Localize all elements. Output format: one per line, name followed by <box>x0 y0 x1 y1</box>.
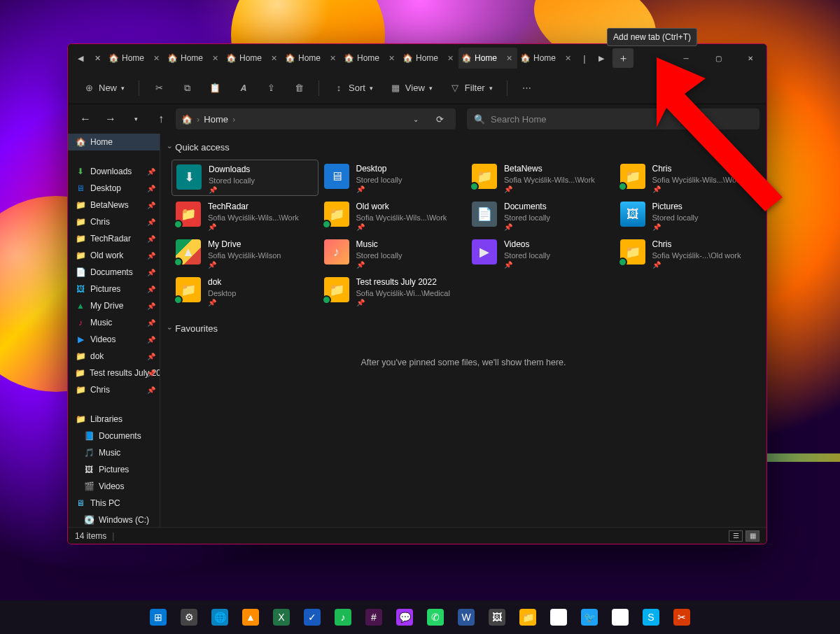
sidebar-item-dok[interactable]: 📁dok📌 <box>68 348 160 365</box>
taskbar-whatsapp[interactable]: ✆ <box>421 603 449 631</box>
favourites-header[interactable]: › Favourites <box>164 320 762 337</box>
library-videos[interactable]: 🎬Videos <box>68 478 160 495</box>
breadcrumb-home[interactable]: Home <box>204 114 228 125</box>
taskbar-explorer[interactable]: 📁 <box>514 603 542 631</box>
copy-button[interactable]: ⧉ <box>174 77 200 99</box>
tab-close[interactable]: ✕ <box>209 54 220 63</box>
tab-close[interactable]: ✕ <box>503 54 514 63</box>
sidebar-item-betanews[interactable]: 📁BetaNews📌 <box>68 197 160 213</box>
sidebar-item-documents[interactable]: 📄Documents📌 <box>68 264 160 281</box>
taskbar-word[interactable]: W <box>452 603 480 631</box>
tab-scroll-left[interactable]: ◀ <box>72 48 89 68</box>
up-button[interactable]: ↑ <box>150 108 172 129</box>
address-bar[interactable]: 🏠 › Home › ⌄ ⟳ <box>176 108 456 129</box>
sidebar-item-downloads[interactable]: ⬇Downloads📌 <box>68 163 160 180</box>
new-tab-button[interactable]: ＋ <box>612 48 634 68</box>
drive-label: Windows (C:) <box>99 515 149 525</box>
taskbar-slack[interactable]: # <box>360 603 388 631</box>
tab-2[interactable]: 🏠Home✕ <box>223 48 282 69</box>
library-pictures[interactable]: 🖼Pictures <box>68 461 160 478</box>
new-button[interactable]: ⊕ New ▾ <box>76 77 132 99</box>
taskbar-todo[interactable]: ✓ <box>298 603 326 631</box>
rename-button[interactable]: 𝘼 <box>230 77 255 99</box>
sidebar-item-chris[interactable]: 📁Chris📌 <box>68 213 160 230</box>
taskbar-settings[interactable]: ⚙ <box>175 603 203 631</box>
tab-3[interactable]: 🏠Home✕ <box>282 48 341 69</box>
filter-button[interactable]: ▽ Filter ▾ <box>442 77 500 99</box>
drive-item[interactable]: 💽Windows (C:) <box>68 512 160 527</box>
tab-4[interactable]: 🏠Home✕ <box>341 48 400 69</box>
taskbar-skype[interactable]: S <box>637 603 665 631</box>
pc-icon: 🖥 <box>75 498 86 509</box>
sidebar-item-chris[interactable]: 📁Chris📌 <box>68 381 160 398</box>
sidebar-libraries[interactable]: 📁 Libraries <box>68 411 160 428</box>
tab-7[interactable]: 🏠Home✕ <box>517 48 576 69</box>
quick-access-item[interactable]: 📁 dok Desktop 📌 <box>172 273 318 309</box>
recent-button[interactable]: ▾ <box>125 108 146 129</box>
taskbar-snip[interactable]: ✂ <box>668 603 696 631</box>
tab-close[interactable]: ✕ <box>268 54 279 63</box>
svg-marker-0 <box>657 57 783 211</box>
details-view-toggle[interactable]: ☰ <box>729 530 743 542</box>
taskbar-start[interactable]: ⊞ <box>144 603 172 631</box>
tab-scroll-marker[interactable]: | <box>576 48 593 68</box>
taskbar-chrome[interactable]: ◉ <box>545 603 573 631</box>
sidebar-item-my-drive[interactable]: ▲My Drive📌 <box>68 297 160 314</box>
sidebar-thispc[interactable]: 🖥 This PC <box>68 495 160 512</box>
paste-button[interactable]: 📋 <box>202 77 227 99</box>
tab-close[interactable]: ✕ <box>444 54 456 63</box>
delete-button[interactable]: 🗑 <box>286 77 312 99</box>
share-button[interactable]: ⇪ <box>258 77 284 99</box>
tab-scroll-right[interactable]: ▶ <box>593 48 610 68</box>
quick-access-item[interactable]: ▲ My Drive Sofia Wyciślik-Wilson 📌 <box>172 235 318 272</box>
tab-close[interactable]: ✕ <box>327 54 338 63</box>
tab-1[interactable]: 🏠Home✕ <box>164 48 223 69</box>
quick-access-item[interactable]: ⬇ Downloads Stored locally 📌 <box>172 160 318 196</box>
quick-access-item[interactable]: ▶ Videos Stored locally 📌 <box>468 235 615 272</box>
tiles-view-toggle[interactable]: ▦ <box>746 530 760 542</box>
tab-5[interactable]: 🏠Home✕ <box>400 48 458 69</box>
taskbar-vlc[interactable]: ▲ <box>237 603 265 631</box>
refresh-button[interactable]: ⟳ <box>429 108 450 129</box>
qa-subtitle: Desktop <box>208 288 236 298</box>
library-documents[interactable]: 📘Documents <box>68 428 160 444</box>
tab-close[interactable]: ✕ <box>562 54 573 63</box>
history-dropdown[interactable]: ⌄ <box>405 108 426 129</box>
taskbar-photos[interactable]: 🖼 <box>483 603 511 631</box>
cut-button[interactable]: ✂ <box>146 77 172 99</box>
sidebar-item-pictures[interactable]: 🖼Pictures📌 <box>68 281 160 297</box>
quick-access-item[interactable]: 📁 Test results July 2022 Sofia Wyciślik-… <box>320 273 467 309</box>
quick-access-item[interactable]: 📁 Old work Sofia Wyciślik-Wils...\Work 📌 <box>320 197 467 234</box>
taskbar-spotify[interactable]: ♪ <box>329 603 357 631</box>
library-music[interactable]: 🎵Music <box>68 444 160 461</box>
taskbar-twitter[interactable]: 🐦 <box>575 603 603 631</box>
tab-0[interactable]: 🏠Home✕ <box>106 48 164 69</box>
quick-access-item[interactable]: 📁 TechRadar Sofia Wyciślik-Wils...\Work … <box>172 197 318 234</box>
view-button[interactable]: ▦ View ▾ <box>383 77 440 99</box>
quick-access-item[interactable]: 📁 BetaNews Sofia Wyciślik-Wils...\Work 📌 <box>468 160 615 196</box>
navigation-pane[interactable]: 🏠 Home ⬇Downloads📌🖥Desktop📌📁BetaNews📌📁Ch… <box>68 134 160 527</box>
sidebar-item-test-results-july-2022[interactable]: 📁Test results July 2022📌 <box>68 365 160 381</box>
tab-close[interactable]: ✕ <box>150 54 162 63</box>
sidebar-item-old-work[interactable]: 📁Old work📌 <box>68 247 160 264</box>
taskbar-edge[interactable]: 🌐 <box>206 603 234 631</box>
sidebar-item-desktop[interactable]: 🖥Desktop📌 <box>68 180 160 197</box>
sidebar-item-techradar[interactable]: 📁TechRadar📌 <box>68 230 160 247</box>
sidebar-item-music[interactable]: ♪Music📌 <box>68 314 160 331</box>
sort-button[interactable]: ↕ Sort ▾ <box>326 77 380 99</box>
quick-access-item[interactable]: 📄 Documents Stored locally 📌 <box>468 197 615 234</box>
taskbar-messenger[interactable]: 💬 <box>391 603 419 631</box>
quick-access-item[interactable]: ♪ Music Stored locally 📌 <box>320 235 467 272</box>
more-button[interactable]: ⋯ <box>514 77 540 99</box>
taskbar-store[interactable]: 🛍 <box>606 603 634 631</box>
sidebar-home[interactable]: 🏠 Home <box>68 134 160 150</box>
quick-access-item[interactable]: 🖥 Desktop Stored locally 📌 <box>320 160 467 196</box>
tab-6[interactable]: 🏠Home✕ <box>458 48 517 69</box>
tab-close[interactable]: ✕ <box>386 54 397 63</box>
sidebar-item-videos[interactable]: ▶Videos📌 <box>68 331 160 348</box>
forward-button[interactable]: → <box>100 108 121 129</box>
tab-close-leftmost[interactable]: ✕ <box>89 48 106 68</box>
taskbar-excel[interactable]: X <box>267 603 295 631</box>
back-button[interactable]: ← <box>75 108 96 129</box>
quick-access-item[interactable]: 📁 Chris Sofia Wyciślik-...\Old work 📌 <box>616 235 763 272</box>
